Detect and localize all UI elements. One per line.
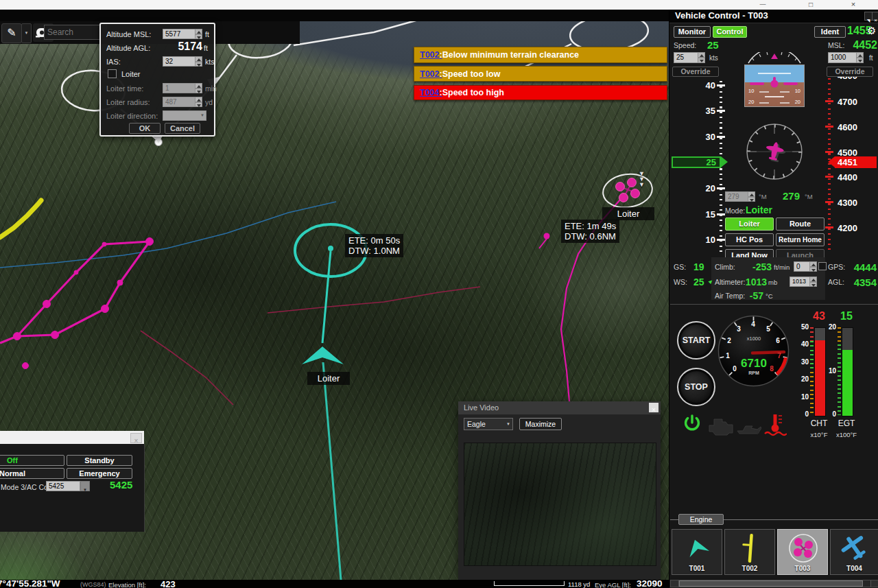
altitude-msl-stepper[interactable]: 5577 — [163, 29, 202, 39]
climb-hold-checkbox[interactable] — [818, 262, 827, 270]
alert-vehicle-link[interactable]: T002 — [420, 50, 442, 60]
compass-aircraft-icon — [764, 141, 785, 162]
tab-monitor[interactable]: Monitor — [674, 26, 711, 38]
fleet-card-t002[interactable]: T002 — [724, 529, 775, 575]
air-temp-unit: °C — [766, 292, 773, 300]
ias-label: IAS: — [106, 58, 121, 66]
stepper-arrows[interactable] — [698, 52, 705, 63]
altimeter-setpoint-stepper[interactable]: 1013 — [790, 277, 817, 287]
os-titlebar[interactable]: — □ × — [0, 0, 878, 10]
cht-scale: 30 — [796, 359, 809, 366]
close-button[interactable]: × — [649, 403, 658, 412]
ok-button[interactable]: OK — [129, 123, 161, 134]
ident-button[interactable]: Ident — [814, 26, 846, 38]
ias-value[interactable]: 32 — [163, 56, 195, 67]
climb-setpoint-stepper[interactable]: 0 — [794, 261, 817, 272]
draw-tool-button[interactable]: ✎ — [1, 23, 22, 43]
alert-banner[interactable]: T002 Speed too low — [414, 66, 667, 82]
popout-icon: ◥ — [867, 19, 870, 23]
pitch-10-left: 10 — [748, 88, 754, 94]
draw-tool-dropdown[interactable]: ▼ — [21, 23, 32, 43]
fleet-card-t001[interactable]: T001 — [672, 529, 722, 575]
scroll-thumb[interactable] — [679, 580, 863, 587]
loiter-time-label: Loiter time: — [106, 84, 143, 93]
alt-tick — [825, 151, 833, 153]
transponder-titlebar[interactable]: × — [0, 431, 144, 444]
video-source-select[interactable]: Eagle ▼ — [464, 418, 513, 430]
speed-override-button[interactable]: Override — [672, 67, 719, 77]
egt-label: EGT — [834, 419, 859, 428]
tab-control[interactable]: Control — [713, 26, 747, 38]
transponder-panel: × Off Standby Normal Emergency Mode 3/AC… — [0, 431, 144, 532]
altimeter-setpoint[interactable]: 1013 — [790, 277, 809, 287]
mode-hcpos-button[interactable]: HC Pos — [725, 233, 774, 246]
alt-tape-label: 4600 — [838, 122, 857, 132]
xpdr-emergency-button[interactable]: Emergency — [67, 468, 132, 479]
stepper-arrows[interactable] — [856, 52, 864, 63]
altitude-setpoint[interactable]: 1000 — [828, 52, 856, 63]
rpm-dial-number: 4 — [748, 321, 758, 328]
speed-setpoint[interactable]: 25 — [674, 52, 698, 63]
xpdr-normal-button[interactable]: Normal — [0, 468, 64, 479]
altitude-override-button[interactable]: Override — [827, 67, 873, 77]
vc-title: Vehicle Control - T003 — [675, 10, 768, 21]
close-icon: × — [652, 406, 656, 414]
ias-stepper[interactable]: 32 — [163, 56, 202, 67]
window-maximize-button[interactable]: □ — [803, 0, 819, 10]
close-button[interactable]: × — [872, 12, 878, 21]
chevron-stack[interactable]: ▼ ▼ ▼ — [639, 171, 645, 187]
stepper-arrows[interactable] — [809, 261, 817, 272]
alt-tape-label: 4700 — [838, 97, 857, 107]
agl-value: 4354 — [844, 277, 877, 288]
egt-ticks — [838, 327, 841, 344]
mode-returnhome-button[interactable]: Return Home — [776, 233, 824, 246]
gear-icon[interactable]: ⚙ — [867, 25, 876, 37]
video-source-selected: Eagle — [464, 419, 512, 430]
cht-scale: 10 — [796, 394, 809, 401]
ias-unit: kts — [205, 58, 214, 66]
window-close-button[interactable]: × — [845, 0, 862, 10]
cancel-button[interactable]: Cancel — [165, 123, 200, 134]
alt-tick — [825, 201, 833, 203]
gps-value: 4444 — [844, 261, 877, 273]
stepper-arrows[interactable] — [195, 29, 202, 39]
stepper-arrows[interactable] — [195, 56, 202, 67]
alert-vehicle-link[interactable]: T002 — [420, 69, 442, 79]
speed-setpoint-stepper[interactable]: 25 — [674, 52, 705, 63]
engine-stop-button[interactable]: STOP — [677, 368, 715, 406]
chevron-down-icon[interactable]: ▼ — [639, 182, 645, 187]
fleet-scrollbar[interactable]: ◄ ► — [670, 580, 878, 587]
engine-start-button[interactable]: START — [677, 321, 715, 360]
live-video-titlebar[interactable]: Live Video × — [458, 401, 661, 414]
xpdr-code-dropdown[interactable]: ▼ — [80, 481, 90, 491]
tab-engine[interactable]: Engine — [678, 514, 724, 525]
alert-banner[interactable]: T002 Below minimum terrain clearance — [414, 47, 667, 63]
altitude-setpoint-stepper[interactable]: 1000 — [828, 52, 864, 63]
window-minimize-button[interactable]: — — [755, 0, 771, 10]
xpdr-code-select[interactable]: 5425 — [46, 481, 80, 491]
altitude-msl-value[interactable]: 5577 — [163, 29, 195, 39]
scroll-right-button[interactable]: ► — [870, 580, 878, 587]
fleet-card-t004[interactable]: T004 — [830, 529, 878, 575]
xpdr-standby-button[interactable]: Standby — [67, 455, 132, 466]
mode-loiter-button[interactable]: Loiter — [725, 217, 774, 231]
ownship-ete-label: ETE: 0m 50s DTW: 1.0NM — [345, 234, 403, 257]
stepper-arrows[interactable] — [809, 277, 817, 287]
maximize-button[interactable]: Maximize — [519, 418, 562, 430]
fleet-card-t003[interactable]: T003 — [777, 529, 828, 575]
alert-banner[interactable]: T004 Speed too high — [414, 85, 667, 100]
search-input[interactable] — [44, 25, 107, 40]
video-feed[interactable] — [464, 443, 656, 566]
scroll-left-button[interactable]: ◄ — [671, 580, 679, 587]
oil-pressure-icon — [735, 419, 761, 435]
xpdr-code-value: 5425 — [110, 479, 132, 491]
close-button[interactable]: × — [130, 433, 142, 443]
attitude-indicator: 10 10 20 20 — [744, 64, 805, 107]
xpdr-off-button[interactable]: Off — [0, 455, 64, 466]
climb-setpoint[interactable]: 0 — [794, 261, 809, 272]
rpm-dial-number: 2 — [724, 338, 734, 344]
vc-titlebar[interactable]: Vehicle Control - T003 ◥ × — [669, 10, 878, 23]
loiter-checkbox[interactable] — [108, 69, 117, 78]
mode-route-button[interactable]: Route — [776, 217, 824, 231]
alert-vehicle-link[interactable]: T004 — [420, 88, 442, 97]
